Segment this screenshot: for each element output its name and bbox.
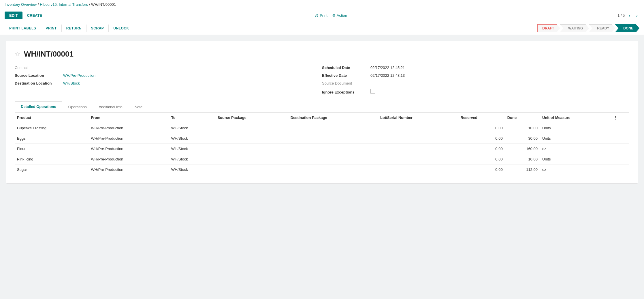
cell-product: Eggs [15, 133, 88, 144]
breadcrumb-inventory[interactable]: Inventory Overview [5, 2, 37, 7]
col-from: From [88, 113, 169, 123]
scheduled-date-label: Scheduled Date [322, 66, 368, 70]
cell-dest-package [288, 144, 378, 154]
cell-source-package [215, 133, 288, 144]
tab-additional-info[interactable]: Additional Info [93, 101, 128, 112]
cell-lot-serial [378, 165, 458, 175]
cell-done: 30.00 [505, 133, 540, 144]
col-to: To [169, 113, 215, 123]
cell-dest-package [288, 133, 378, 144]
tabs: Detailed Operations Operations Additiona… [15, 101, 629, 113]
cell-from: WH/Pre-Production [88, 165, 169, 175]
cell-product: Flour [15, 144, 88, 154]
cell-source-package [215, 123, 288, 133]
contact-label: Contact [15, 66, 61, 70]
record-header: ☆ WH/INT/00001 [15, 50, 629, 59]
scrap-button[interactable]: SCRAP [86, 25, 109, 32]
status-waiting[interactable]: WAITING [560, 24, 589, 32]
cell-source-package [215, 154, 288, 165]
tab-note[interactable]: Note [129, 101, 148, 112]
cell-to: WH/Stock [169, 144, 215, 154]
cell-lot-serial [378, 133, 458, 144]
toolbar: PRINT LABELS PRINT RETURN SCRAP UNLOCK D… [0, 22, 644, 35]
unlock-button[interactable]: UNLOCK [109, 25, 134, 32]
tab-detailed-operations[interactable]: Detailed Operations [15, 101, 62, 112]
edit-button[interactable]: EDIT [5, 12, 22, 19]
action-bar: EDIT CREATE 🖨 Print ⚙ Action 1 / 5 ‹ › [0, 9, 644, 22]
cell-lot-serial [378, 154, 458, 165]
cell-from: WH/Pre-Production [88, 144, 169, 154]
breadcrumb-current: WH/INT/00001 [91, 2, 116, 7]
cell-uom: Units [540, 133, 611, 144]
cell-reserved: 0.00 [458, 154, 505, 165]
cell-options [611, 123, 629, 133]
cell-options [611, 144, 629, 154]
action-button[interactable]: ⚙ Action [332, 13, 347, 18]
cell-product: Sugar [15, 165, 88, 175]
cell-done: 160.00 [505, 144, 540, 154]
cell-uom: Units [540, 123, 611, 133]
scheduled-date-row: Scheduled Date 02/17/2022 12:45:21 [322, 66, 629, 70]
cell-source-package [215, 144, 288, 154]
breadcrumb-transfers[interactable]: Hibou v15: Internal Transfers [40, 2, 88, 7]
contact-row: Contact [15, 66, 322, 70]
status-ready[interactable]: READY [589, 24, 615, 32]
print-labels-button[interactable]: PRINT LABELS [5, 25, 41, 32]
destination-location-row: Destination Location WH/Stock [15, 81, 322, 85]
cell-source-package [215, 165, 288, 175]
source-document-row: Source Document [322, 81, 629, 85]
effective-date-label: Effective Date [322, 73, 368, 78]
cell-from: WH/Pre-Production [88, 133, 169, 144]
cell-from: WH/Pre-Production [88, 123, 169, 133]
operations-table: Product From To Source Package Destinati… [15, 113, 629, 175]
effective-date-value: 02/17/2022 12:48:13 [370, 73, 405, 78]
table-row[interactable]: Cupcake Frosting WH/Pre-Production WH/St… [15, 123, 629, 133]
print-toolbar-button[interactable]: PRINT [41, 25, 62, 32]
effective-date-row: Effective Date 02/17/2022 12:48:13 [322, 73, 629, 78]
center-actions: 🖨 Print ⚙ Action [47, 13, 615, 18]
prev-button[interactable]: ‹ [627, 12, 632, 19]
col-options[interactable]: ⋮ [611, 113, 629, 123]
cell-lot-serial [378, 123, 458, 133]
scheduled-date-value: 02/17/2022 12:45:21 [370, 66, 405, 70]
record-card: ☆ WH/INT/00001 Contact Source Location W… [6, 41, 638, 184]
ignore-exceptions-checkbox[interactable] [370, 89, 375, 94]
form-fields: Contact Source Location WH/Pre-Productio… [15, 66, 629, 94]
next-button[interactable]: › [634, 12, 639, 19]
create-button[interactable]: CREATE [25, 12, 44, 19]
table-row[interactable]: Sugar WH/Pre-Production WH/Stock 0.00 11… [15, 165, 629, 175]
cell-dest-package [288, 154, 378, 165]
cell-uom: oz [540, 144, 611, 154]
gear-icon: ⚙ [332, 13, 336, 18]
cell-uom: Units [540, 154, 611, 165]
cell-product: Cupcake Frosting [15, 123, 88, 133]
record-title: WH/INT/00001 [24, 50, 74, 59]
table-header-row: Product From To Source Package Destinati… [15, 113, 629, 123]
table-row[interactable]: Eggs WH/Pre-Production WH/Stock 0.00 30.… [15, 133, 629, 144]
cell-dest-package [288, 165, 378, 175]
cell-done: 10.00 [505, 123, 540, 133]
table-row[interactable]: Pink Icing WH/Pre-Production WH/Stock 0.… [15, 154, 629, 165]
cell-to: WH/Stock [169, 133, 215, 144]
ignore-exceptions-label: Ignore Exceptions [322, 90, 368, 94]
col-uom: Unit of Measure [540, 113, 611, 123]
favorite-icon[interactable]: ☆ [15, 51, 20, 58]
source-location-value[interactable]: WH/Pre-Production [63, 73, 95, 78]
cell-product: Pink Icing [15, 154, 88, 165]
page-indicator: 1 / 5 [617, 13, 625, 18]
return-button[interactable]: RETURN [62, 25, 86, 32]
cell-dest-package [288, 123, 378, 133]
col-lot-serial: Lot/Serial Number [378, 113, 458, 123]
cell-options [611, 154, 629, 165]
destination-location-value[interactable]: WH/Stock [63, 81, 80, 85]
cell-options [611, 165, 629, 175]
status-pipeline: DRAFT WAITING READY DONE [538, 24, 639, 32]
cell-reserved: 0.00 [458, 144, 505, 154]
status-draft[interactable]: DRAFT [537, 24, 560, 32]
tab-operations[interactable]: Operations [62, 101, 93, 112]
table-row[interactable]: Flour WH/Pre-Production WH/Stock 0.00 16… [15, 144, 629, 154]
status-done[interactable]: DONE [615, 24, 639, 32]
main-content: ☆ WH/INT/00001 Contact Source Location W… [0, 35, 644, 189]
print-button[interactable]: 🖨 Print [315, 13, 327, 18]
cell-done: 112.00 [505, 165, 540, 175]
